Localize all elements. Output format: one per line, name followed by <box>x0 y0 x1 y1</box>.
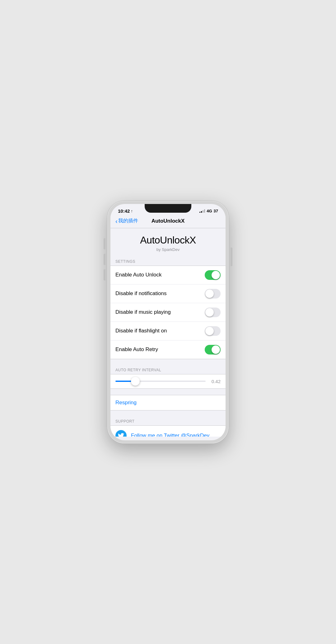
respring-button[interactable]: Respring <box>110 395 226 410</box>
twitter-label: Follow me on Twitter @SparkDev_ <box>131 433 212 437</box>
auto-retry-section-label: AUTO RETRY INTERVAL <box>110 365 226 374</box>
status-time: 10:42 ↑ <box>118 208 133 214</box>
network-label: 4G <box>207 209 212 213</box>
settings-group: Enable Auto Unlock Disable if notificati… <box>110 266 226 359</box>
app-title: AutoUnlockX <box>110 234 226 246</box>
main-content: AutoUnlockX by SparkDev SETTINGS Enable … <box>110 228 226 437</box>
battery-label: 37 <box>214 209 218 213</box>
nav-bar: ‹ 我的插件 AutoUnlockX <box>110 215 226 228</box>
slider-track <box>115 381 206 382</box>
notch <box>145 204 191 213</box>
support-group: Follow me on Twitter @SparkDev_ <box>110 425 226 437</box>
back-label: 我的插件 <box>118 218 138 224</box>
disable-music-label: Disable if music playing <box>115 309 171 315</box>
respring-label: Respring <box>115 400 137 405</box>
slider-value: 0.42 <box>209 379 221 384</box>
enable-auto-retry-label: Enable Auto Retry <box>115 346 158 353</box>
list-item: Disable if notifications <box>110 285 226 303</box>
enable-auto-unlock-toggle[interactable] <box>205 270 221 280</box>
support-section-label: SUPPORT <box>110 417 226 425</box>
toggle-thumb <box>205 327 214 335</box>
twitter-bird-icon <box>118 433 124 437</box>
disable-music-toggle[interactable] <box>205 308 221 317</box>
phone-screen: 10:42 ↑ 4G 37 ‹ 我的插件 AutoUnlockX Au <box>110 204 226 440</box>
list-item: Disable if flashlight on <box>110 322 226 341</box>
settings-section-label: SETTINGS <box>110 257 226 266</box>
toggle-thumb <box>212 345 220 354</box>
support-section: SUPPORT Follow me on Twitter @SparkDev_ <box>110 417 226 437</box>
list-item: Enable Auto Unlock <box>110 266 226 285</box>
signal-bars-icon <box>199 209 205 213</box>
toggle-thumb <box>205 290 214 298</box>
location-icon: ↑ <box>131 209 133 213</box>
enable-auto-unlock-label: Enable Auto Unlock <box>115 272 161 278</box>
nav-title: AutoUnlockX <box>152 218 185 224</box>
twitter-icon <box>115 430 127 437</box>
list-item: Enable Auto Retry <box>110 341 226 359</box>
phone-frame: 10:42 ↑ 4G 37 ‹ 我的插件 AutoUnlockX Au <box>107 201 229 443</box>
disable-flashlight-label: Disable if flashlight on <box>115 328 167 334</box>
twitter-link[interactable]: Follow me on Twitter @SparkDev_ <box>110 426 226 437</box>
respring-group: Respring <box>110 395 226 410</box>
time-label: 10:42 <box>118 208 130 214</box>
list-item: Disable if music playing <box>110 303 226 322</box>
back-button[interactable]: ‹ 我的插件 <box>115 218 138 224</box>
chevron-left-icon: ‹ <box>115 218 118 224</box>
toggle-thumb <box>205 308 214 317</box>
toggle-thumb <box>212 271 220 279</box>
slider-section: AUTO RETRY INTERVAL 0.42 <box>110 365 226 389</box>
status-right: 4G 37 <box>199 209 218 213</box>
slider-thumb[interactable] <box>131 377 140 386</box>
app-subtitle: by SparkDev <box>110 247 226 252</box>
disable-notifications-toggle[interactable] <box>205 289 221 299</box>
app-header: AutoUnlockX by SparkDev <box>110 228 226 257</box>
enable-auto-retry-toggle[interactable] <box>205 345 221 354</box>
disable-notifications-label: Disable if notifications <box>115 290 166 297</box>
slider-row: 0.42 <box>110 374 226 389</box>
disable-flashlight-toggle[interactable] <box>205 326 221 336</box>
